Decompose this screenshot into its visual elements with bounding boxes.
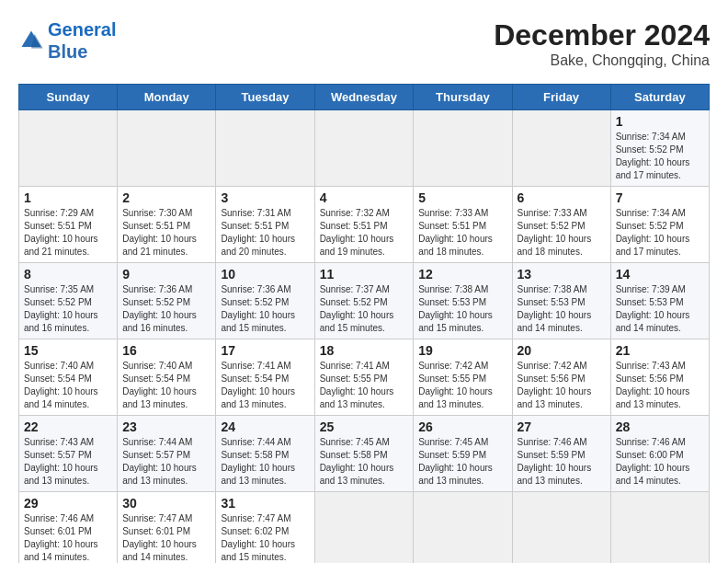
day-info: Sunrise: 7:44 AMSunset: 5:57 PMDaylight:…: [122, 436, 210, 488]
day-info: Sunrise: 7:32 AMSunset: 5:51 PMDaylight:…: [320, 207, 409, 259]
logo-line1: General: [48, 19, 116, 40]
day-info: Sunrise: 7:41 AMSunset: 5:54 PMDaylight:…: [221, 360, 309, 411]
calendar-cell: [610, 492, 709, 564]
day-number: 9: [122, 267, 210, 282]
calendar-cell: [512, 492, 610, 564]
day-info: Sunrise: 7:36 AMSunset: 5:52 PMDaylight:…: [221, 283, 309, 335]
day-info: Sunrise: 7:45 AMSunset: 5:59 PMDaylight:…: [418, 436, 506, 488]
weekday-header-sunday: Sunday: [19, 85, 118, 110]
calendar-cell: 30Sunrise: 7:47 AMSunset: 6:01 PMDayligh…: [118, 492, 216, 564]
day-number: 8: [24, 267, 112, 282]
weekday-header-saturday: Saturday: [610, 85, 709, 110]
title-block: December 2024 Bake, Chongqing, China: [494, 18, 710, 69]
calendar-cell: 18Sunrise: 7:41 AMSunset: 5:55 PMDayligh…: [314, 339, 414, 416]
day-number: 1: [616, 114, 704, 129]
day-info: Sunrise: 7:40 AMSunset: 5:54 PMDaylight:…: [122, 360, 210, 411]
day-number: 24: [221, 419, 309, 434]
day-number: 12: [418, 267, 506, 282]
calendar-cell: 3Sunrise: 7:31 AMSunset: 5:51 PMDaylight…: [216, 187, 314, 263]
calendar-cell: 10Sunrise: 7:36 AMSunset: 5:52 PMDayligh…: [216, 263, 314, 339]
logo: General Blue: [18, 18, 116, 63]
day-info: Sunrise: 7:38 AMSunset: 5:53 PMDaylight:…: [518, 283, 606, 335]
day-info: Sunrise: 7:37 AMSunset: 5:52 PMDaylight:…: [320, 283, 409, 335]
weekday-header-thursday: Thursday: [414, 85, 512, 110]
day-number: 25: [320, 419, 409, 434]
calendar-cell: 5Sunrise: 7:33 AMSunset: 5:51 PMDaylight…: [414, 187, 512, 263]
day-number: 19: [418, 343, 506, 358]
day-info: Sunrise: 7:46 AMSunset: 6:01 PMDaylight:…: [24, 512, 112, 563]
day-info: Sunrise: 7:47 AMSunset: 6:02 PMDaylight:…: [221, 512, 309, 563]
day-number: 17: [221, 343, 309, 358]
calendar-cell: 21Sunrise: 7:43 AMSunset: 5:56 PMDayligh…: [610, 339, 709, 416]
weekday-header-wednesday: Wednesday: [314, 85, 414, 110]
calendar-cell: [314, 110, 414, 187]
calendar-cell: 27Sunrise: 7:46 AMSunset: 5:59 PMDayligh…: [512, 416, 610, 492]
day-number: 18: [320, 343, 409, 358]
logo-icon: [18, 28, 44, 53]
day-info: Sunrise: 7:34 AMSunset: 5:52 PMDaylight:…: [616, 131, 704, 182]
day-number: 16: [122, 343, 210, 358]
calendar-cell: 23Sunrise: 7:44 AMSunset: 5:57 PMDayligh…: [118, 416, 216, 492]
calendar-cell: 14Sunrise: 7:39 AMSunset: 5:53 PMDayligh…: [610, 263, 709, 339]
day-number: 10: [221, 267, 309, 282]
day-info: Sunrise: 7:42 AMSunset: 5:56 PMDaylight:…: [518, 360, 606, 411]
day-info: Sunrise: 7:45 AMSunset: 5:58 PMDaylight:…: [320, 436, 409, 488]
calendar-week-4: 15Sunrise: 7:40 AMSunset: 5:54 PMDayligh…: [19, 339, 710, 416]
day-number: 26: [418, 419, 506, 434]
day-number: 3: [221, 190, 309, 205]
weekday-header-monday: Monday: [118, 85, 216, 110]
calendar-week-3: 8Sunrise: 7:35 AMSunset: 5:52 PMDaylight…: [19, 263, 710, 339]
day-number: 13: [518, 267, 606, 282]
day-number: 23: [122, 419, 210, 434]
day-number: 31: [221, 496, 309, 511]
day-number: 20: [518, 343, 606, 358]
calendar-week-6: 29Sunrise: 7:46 AMSunset: 6:01 PMDayligh…: [19, 492, 710, 564]
calendar-cell: 11Sunrise: 7:37 AMSunset: 5:52 PMDayligh…: [314, 263, 414, 339]
calendar-cell: 19Sunrise: 7:42 AMSunset: 5:55 PMDayligh…: [414, 339, 512, 416]
day-info: Sunrise: 7:33 AMSunset: 5:52 PMDaylight:…: [518, 207, 606, 259]
calendar-week-1: 1Sunrise: 7:34 AMSunset: 5:52 PMDaylight…: [19, 110, 710, 187]
weekday-header-friday: Friday: [512, 85, 610, 110]
day-info: Sunrise: 7:47 AMSunset: 6:01 PMDaylight:…: [122, 512, 210, 563]
calendar-cell: 22Sunrise: 7:43 AMSunset: 5:57 PMDayligh…: [19, 416, 118, 492]
day-info: Sunrise: 7:40 AMSunset: 5:54 PMDaylight:…: [24, 360, 112, 411]
day-info: Sunrise: 7:29 AMSunset: 5:51 PMDaylight:…: [24, 207, 112, 259]
calendar-cell: 17Sunrise: 7:41 AMSunset: 5:54 PMDayligh…: [216, 339, 314, 416]
day-info: Sunrise: 7:38 AMSunset: 5:53 PMDaylight:…: [418, 283, 506, 335]
calendar-cell: 15Sunrise: 7:40 AMSunset: 5:54 PMDayligh…: [19, 339, 118, 416]
day-number: 6: [518, 190, 606, 205]
calendar-table: SundayMondayTuesdayWednesdayThursdayFrid…: [18, 84, 710, 563]
calendar-cell: 31Sunrise: 7:47 AMSunset: 6:02 PMDayligh…: [216, 492, 314, 564]
day-number: 14: [616, 267, 704, 282]
calendar-cell: [216, 110, 314, 187]
calendar-cell: 7Sunrise: 7:34 AMSunset: 5:52 PMDaylight…: [610, 187, 709, 263]
day-info: Sunrise: 7:46 AMSunset: 6:00 PMDaylight:…: [616, 436, 704, 488]
calendar-cell: 26Sunrise: 7:45 AMSunset: 5:59 PMDayligh…: [414, 416, 512, 492]
day-info: Sunrise: 7:34 AMSunset: 5:52 PMDaylight:…: [616, 207, 704, 259]
month-title: December 2024: [494, 18, 710, 52]
day-number: 5: [418, 190, 506, 205]
calendar-cell: [118, 110, 216, 187]
day-info: Sunrise: 7:43 AMSunset: 5:57 PMDaylight:…: [24, 436, 112, 488]
calendar-cell: 2Sunrise: 7:30 AMSunset: 5:51 PMDaylight…: [118, 187, 216, 263]
calendar-cell: [414, 492, 512, 564]
calendar-cell: [314, 492, 414, 564]
day-number: 7: [616, 190, 704, 205]
day-info: Sunrise: 7:43 AMSunset: 5:56 PMDaylight:…: [616, 360, 704, 411]
calendar-week-5: 22Sunrise: 7:43 AMSunset: 5:57 PMDayligh…: [19, 416, 710, 492]
day-number: 11: [320, 267, 409, 282]
day-info: Sunrise: 7:46 AMSunset: 5:59 PMDaylight:…: [518, 436, 606, 488]
calendar-cell: [19, 110, 118, 187]
weekday-header-tuesday: Tuesday: [216, 85, 314, 110]
calendar-cell: 28Sunrise: 7:46 AMSunset: 6:00 PMDayligh…: [610, 416, 709, 492]
day-info: Sunrise: 7:39 AMSunset: 5:53 PMDaylight:…: [616, 283, 704, 335]
day-info: Sunrise: 7:41 AMSunset: 5:55 PMDaylight:…: [320, 360, 409, 411]
calendar-cell: [512, 110, 610, 187]
day-number: 22: [24, 419, 112, 434]
day-number: 30: [122, 496, 210, 511]
location: Bake, Chongqing, China: [494, 52, 710, 69]
calendar-cell: 16Sunrise: 7:40 AMSunset: 5:54 PMDayligh…: [118, 339, 216, 416]
calendar-cell: 20Sunrise: 7:42 AMSunset: 5:56 PMDayligh…: [512, 339, 610, 416]
day-info: Sunrise: 7:31 AMSunset: 5:51 PMDaylight:…: [221, 207, 309, 259]
calendar-cell: [414, 110, 512, 187]
